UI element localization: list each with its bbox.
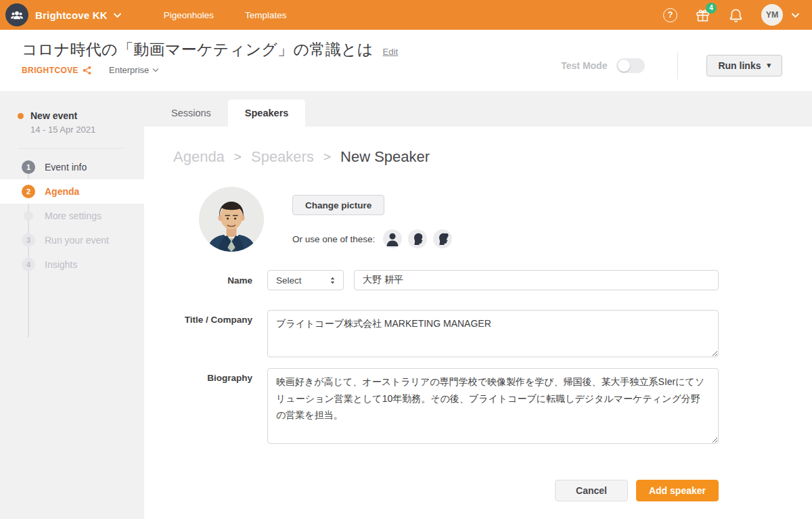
chevron-down-icon[interactable] [791,12,800,18]
sidebar-item-label: More settings [45,210,102,221]
topbar: Brightcove KK Pigeonholes Templates ? 4 [0,0,812,30]
tab-sessions[interactable]: Sessions [154,99,228,127]
biography-label: Biography [173,368,252,444]
biography-textarea[interactable]: 映画好きが高じて、オーストラリアの専門学校で映像製作を学び、帰国後、某大手独立系… [267,368,719,444]
chevron-down-icon[interactable] [113,12,122,18]
step-number: 2 [22,185,35,198]
whats-new-button[interactable]: 4 [695,7,710,23]
help-icon: ? [663,8,677,22]
biography-row: Biography 映画好きが高じて、オーストラリアの専門学校で映像製作を学び、… [173,368,812,444]
speaker-name-input[interactable] [354,270,719,290]
breadcrumb: Agenda > Speakers > New Speaker [173,148,812,166]
sidebar-item-label: Run your event [45,235,109,246]
step-number: 4 [22,258,35,271]
nav-pigeonholes[interactable]: Pigeonholes [164,10,214,20]
sidebar-item-run-your-event[interactable]: 3 Run your event [0,228,144,252]
notifications-button[interactable] [728,7,744,23]
org-name[interactable]: Brightcove KK [35,9,108,21]
breadcrumb-separator: > [323,150,331,164]
brand-label[interactable]: BRIGHTCOVE [22,66,78,75]
breadcrumb-agenda[interactable]: Agenda [173,148,225,166]
tabstrip: Sessions Speakers [144,92,812,127]
picture-section: Change picture Or use one of these: [199,187,812,252]
chevron-down-icon: ▾ [767,61,771,70]
sidebar-item-label: Agenda [45,186,79,197]
plan-label: Enterprise [109,65,149,75]
step-number: 1 [22,160,35,174]
title-company-label: Title / Company [173,310,252,357]
event-header: コロナ時代の「動画マーケティング」の常識とは Edit BRIGHTCOVE E… [0,30,812,92]
event-header-left: コロナ時代の「動画マーケティング」の常識とは Edit BRIGHTCOVE E… [22,39,398,91]
speaker-photo [199,187,264,252]
topnav: Pigeonholes Templates [164,10,287,20]
people-group-icon [9,7,24,22]
event-dates: 14 - 15 Apr 2021 [30,125,144,135]
event-steps: 1 Event info 2 Agenda More settings 3 Ru… [0,155,144,277]
step-number: 3 [22,233,35,247]
or-use-label: Or use one of these: [292,234,375,244]
page-body: New event 14 - 15 Apr 2021 1 Event info … [0,92,812,519]
select-value: Select [276,275,329,286]
notification-badge: 4 [706,3,717,14]
tab-speakers[interactable]: Speakers [228,99,306,127]
nav-templates[interactable]: Templates [245,10,287,20]
chevron-down-icon [152,68,159,72]
page-title: コロナ時代の「動画マーケティング」の常識とは [22,39,374,60]
test-mode-toggle[interactable] [616,58,645,73]
help-button[interactable]: ? [663,8,677,22]
share-icon[interactable] [83,66,91,75]
speaker-form: Name Select Title / Company [173,270,812,501]
preset-avatar-profile-bun-icon[interactable] [433,229,452,248]
org-logo[interactable] [5,3,28,26]
breadcrumb-separator: > [234,150,242,164]
divider [677,52,678,79]
sidebar-item-agenda[interactable]: 2 Agenda [0,179,144,204]
live-status-dot [18,113,24,119]
name-row: Name Select [173,270,812,290]
change-picture-button[interactable]: Change picture [292,195,384,215]
topbar-right: ? 4 YM [663,4,800,26]
event-name: New event [30,110,77,121]
user-menu[interactable]: YM [761,4,783,26]
breadcrumb-speakers[interactable]: Speakers [251,148,314,166]
name-label: Name [173,275,252,286]
name-prefix-select[interactable]: Select [267,270,344,290]
preset-avatar-front-icon[interactable] [383,229,402,248]
sidebar: New event 14 - 15 Apr 2021 1 Event info … [0,92,144,519]
title-company-textarea[interactable]: ブライトコーブ株式会社 MARKETING MANAGER [267,310,719,357]
content-area: Sessions Speakers Agenda > Speakers > Ne… [144,92,812,519]
picture-options: Change picture Or use one of these: [292,187,452,252]
event-header-right: Test Mode Run links ▾ [561,39,782,91]
edit-title-link[interactable]: Edit [383,47,398,57]
sidebar-item-insights[interactable]: 4 Insights [0,252,144,277]
breadcrumb-current: New Speaker [340,148,430,166]
step-dot [24,211,33,221]
run-links-label: Run links [718,60,761,71]
toggle-knob [618,60,630,72]
test-mode-label: Test Mode [561,60,607,71]
preset-avatar-profile-icon[interactable] [408,229,427,248]
up-down-arrows-icon [329,276,336,285]
speaker-form-panel: Agenda > Speakers > New Speaker [144,127,812,519]
divider [18,148,123,149]
bell-icon [728,7,744,23]
sidebar-item-event-info[interactable]: 1 Event info [0,155,144,179]
avatar: YM [761,4,783,26]
sidebar-item-label: Insights [45,259,77,270]
title-company-row: Title / Company ブライトコーブ株式会社 MARKETING MA… [173,310,812,357]
add-speaker-button[interactable]: Add speaker [636,480,719,501]
run-links-button[interactable]: Run links ▾ [706,55,782,76]
cancel-button[interactable]: Cancel [555,480,628,501]
form-actions: Cancel Add speaker [173,480,719,501]
plan-selector[interactable]: Enterprise [109,65,159,75]
sidebar-item-label: Event info [45,162,87,173]
sidebar-item-more-settings[interactable]: More settings [0,204,144,228]
